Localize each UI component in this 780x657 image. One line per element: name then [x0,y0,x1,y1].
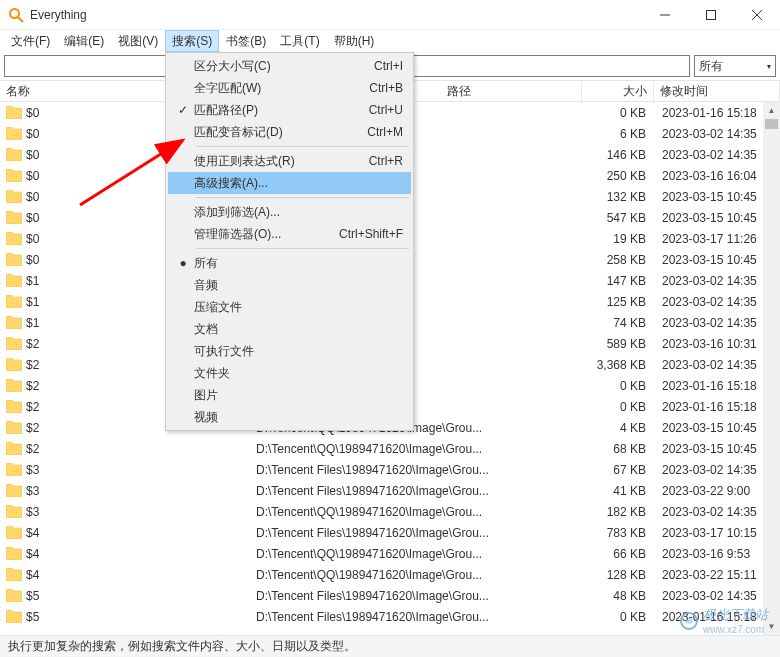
column-date[interactable]: 修改时间 [654,80,780,103]
menu-option[interactable]: 区分大小写(C)Ctrl+I [168,55,411,77]
table-row[interactable]: $3D:\Tencent\QQ\1989471620\Image\Grou...… [0,501,780,522]
chevron-down-icon: ▾ [767,62,771,71]
menu-item-4[interactable]: 书签(B) [219,30,273,52]
folder-icon [6,316,22,329]
app-icon [8,7,24,23]
menu-item-3[interactable]: 搜索(S) [165,30,219,52]
table-row[interactable]: $5D:\Tencent Files\1989471620\Image\Grou… [0,585,780,606]
menu-option-label: 高级搜索(A)... [194,175,403,192]
menu-separator [196,197,409,198]
watermark-icon [679,611,699,631]
folder-icon [6,274,22,287]
menu-option[interactable]: 管理筛选器(O)...Ctrl+Shift+F [168,223,411,245]
scroll-track[interactable] [763,119,780,618]
folder-icon [6,211,22,224]
scroll-up-button[interactable]: ▲ [763,102,780,119]
menu-option[interactable]: 视频 [168,406,411,428]
file-size: 182 KB [582,505,654,519]
menu-option[interactable]: 文件夹 [168,362,411,384]
table-row[interactable]: $3D:\Tencent Files\1989471620\Image\Grou… [0,459,780,480]
menu-item-2[interactable]: 视图(V) [111,30,165,52]
menu-option-label: 文档 [194,321,403,338]
file-size: 41 KB [582,484,654,498]
file-name: $2 [26,421,39,435]
menu-item-5[interactable]: 工具(T) [273,30,326,52]
close-button[interactable] [734,0,780,30]
file-size: 783 KB [582,526,654,540]
file-date: 2023-03-17 10:15 [654,526,780,540]
folder-icon [6,295,22,308]
menu-item-0[interactable]: 文件(F) [4,30,57,52]
file-date: 2023-03-22 9:00 [654,484,780,498]
vertical-scrollbar[interactable]: ▲ ▼ [763,102,780,635]
folder-icon [6,169,22,182]
menu-option-label: 压缩文件 [194,299,403,316]
folder-icon [6,232,22,245]
file-name: $1 [26,316,39,330]
file-size: 125 KB [582,295,654,309]
menu-option[interactable]: 可执行文件 [168,340,411,362]
menu-option[interactable]: ✓匹配路径(P)Ctrl+U [168,99,411,121]
file-date: 2023-03-02 14:35 [654,127,780,141]
file-date: 2023-03-02 14:35 [654,589,780,603]
check-icon: ✓ [172,103,194,117]
menu-option-label: 文件夹 [194,365,403,382]
table-row[interactable]: $5D:\Tencent Files\1989471620\Image\Grou… [0,606,780,627]
menu-item-1[interactable]: 编辑(E) [57,30,111,52]
filter-label: 所有 [699,58,723,75]
file-name: $2 [26,379,39,393]
table-row[interactable]: $4D:\Tencent\QQ\1989471620\Image\Grou...… [0,543,780,564]
folder-icon [6,358,22,371]
menu-option[interactable]: 添加到筛选(A)... [168,201,411,223]
folder-icon [6,106,22,119]
file-date: 2023-01-16 15:18 [654,106,780,120]
menu-option[interactable]: 匹配变音标记(D)Ctrl+M [168,121,411,143]
menu-shortcut: Ctrl+M [367,125,403,139]
file-size: 128 KB [582,568,654,582]
file-path: D:\Tencent Files\1989471620\Image\Grou..… [250,589,582,603]
search-menu-dropdown: 区分大小写(C)Ctrl+I全字匹配(W)Ctrl+B✓匹配路径(P)Ctrl+… [165,52,414,431]
maximize-button[interactable] [688,0,734,30]
menu-option-label: 图片 [194,387,403,404]
title-bar: Everything [0,0,780,30]
file-size: 66 KB [582,547,654,561]
menu-shortcut: Ctrl+U [369,103,403,117]
menu-bar: 文件(F)编辑(E)视图(V)搜索(S)书签(B)工具(T)帮助(H) [0,30,780,52]
menu-item-6[interactable]: 帮助(H) [327,30,382,52]
column-size[interactable]: 大小 [582,80,654,103]
file-name: $0 [26,106,39,120]
scroll-thumb[interactable] [765,119,778,129]
file-size: 147 KB [582,274,654,288]
file-size: 68 KB [582,442,654,456]
menu-option[interactable]: 音频 [168,274,411,296]
folder-icon [6,505,22,518]
menu-option[interactable]: 使用正则表达式(R)Ctrl+R [168,150,411,172]
menu-option[interactable]: 文档 [168,318,411,340]
file-date: 2023-03-15 10:45 [654,442,780,456]
file-date: 2023-03-02 14:35 [654,295,780,309]
table-row[interactable]: $3D:\Tencent Files\1989471620\Image\Grou… [0,480,780,501]
table-row[interactable]: $2D:\Tencent\QQ\1989471620\Image\Grou...… [0,438,780,459]
folder-icon [6,442,22,455]
file-name: $3 [26,463,39,477]
menu-option[interactable]: 高级搜索(A)... [168,172,411,194]
minimize-button[interactable] [642,0,688,30]
status-text: 执行更加复杂的搜索，例如搜索文件内容、大小、日期以及类型。 [8,638,356,655]
menu-option[interactable]: 图片 [168,384,411,406]
table-row[interactable]: $4D:\Tencent\QQ\1989471620\Image\Grou...… [0,564,780,585]
menu-shortcut: Ctrl+I [374,59,403,73]
table-row[interactable]: $4D:\Tencent Files\1989471620\Image\Grou… [0,522,780,543]
menu-separator [196,248,409,249]
file-path: D:\Tencent Files\1989471620\Image\Grou..… [250,484,582,498]
file-size: 4 KB [582,421,654,435]
menu-option-label: 可执行文件 [194,343,403,360]
menu-option[interactable]: 压缩文件 [168,296,411,318]
menu-option[interactable]: 全字匹配(W)Ctrl+B [168,77,411,99]
file-size: 547 KB [582,211,654,225]
folder-icon [6,463,22,476]
file-date: 2023-03-17 11:26 [654,232,780,246]
filter-dropdown[interactable]: 所有 ▾ [694,55,776,77]
menu-option[interactable]: ●所有 [168,252,411,274]
file-date: 2023-03-02 14:35 [654,316,780,330]
file-name: $2 [26,358,39,372]
